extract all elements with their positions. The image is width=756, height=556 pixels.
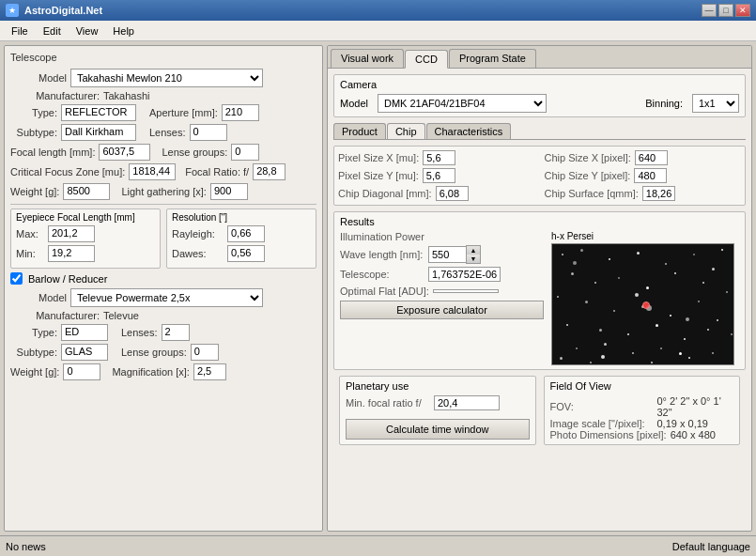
image-scale-label: Image scale ["/pixel]:: [550, 418, 654, 429]
pixel-size-x-value: 5,6: [423, 150, 455, 165]
chip-diagonal-item: Chip Diagonal [mm]: 6,08: [338, 186, 535, 201]
menu-help[interactable]: Help: [105, 23, 142, 39]
telescope-result-label: Telescope:: [340, 269, 424, 280]
minimize-button[interactable]: —: [702, 4, 717, 17]
menu-edit[interactable]: Edit: [36, 23, 69, 39]
title-bar: ★ AstroDigital.Net — □ ✕: [0, 0, 756, 21]
barlow-checkbox[interactable]: [10, 272, 23, 285]
sub-tab-product[interactable]: Product: [333, 123, 386, 139]
menu-view[interactable]: View: [69, 23, 106, 39]
illumination-row: Illumination Power: [340, 231, 544, 242]
maximize-button[interactable]: □: [718, 4, 733, 17]
chip-size-x-label: Chip Size X [pixel]:: [545, 152, 631, 163]
ccd-tab-content: Camera Model DMK 21AF04/21BF04 Binning: …: [328, 69, 751, 531]
barlow-subtype-row: Subtype: GLAS Lense groups: 0: [10, 344, 316, 361]
barlow-type-value: ED: [61, 324, 108, 341]
close-button[interactable]: ✕: [735, 4, 750, 17]
barlow-model-label: Model: [39, 292, 67, 303]
lenses-value: 0: [190, 124, 227, 141]
resolution-section-title: Resolution ["]: [172, 212, 311, 223]
sub-tab-characteristics[interactable]: Characteristics: [426, 123, 512, 139]
sub-tab-chip[interactable]: Chip: [387, 123, 425, 139]
results-left: Illumination Power Wave length [nm]: ▲ ▼: [340, 231, 544, 365]
eyepiece-section-title: Eyepiece Focal Length [mm]: [16, 212, 155, 223]
fov-section-title: Field Of View: [550, 380, 734, 392]
wavelength-input[interactable]: [428, 246, 466, 263]
window-controls: — □ ✕: [702, 4, 750, 17]
dawes-value: 0,56: [227, 245, 265, 262]
wavelength-row: Wave length [nm]: ▲ ▼: [340, 245, 544, 264]
telescope-model-dropdown[interactable]: Takahashi Mewlon 210: [70, 69, 263, 87]
telescope-model-row: Model Takahashi Mewlon 210: [10, 69, 316, 87]
weight-value: 8500: [63, 183, 110, 200]
photo-dimensions-value: 640 x 480: [671, 429, 716, 440]
lense-groups-value: 0: [231, 144, 259, 161]
min-focal-value: 20,4: [434, 395, 500, 410]
rayleigh-label: Rayleigh:: [172, 228, 224, 239]
light-gathering-label: Light gathering [x]:: [121, 186, 207, 197]
focal-lensegroups-row: Focal length [mm]: 6037,5 Lense groups: …: [10, 144, 316, 161]
barlow-lense-groups-label: Lense groups:: [121, 347, 187, 358]
planetary-section: Planetary use Min. focal ratio f/ 20,4 C…: [339, 376, 536, 445]
results-body: Illumination Power Wave length [nm]: ▲ ▼: [340, 231, 739, 365]
weight-light-row: Weight [g]: 8500 Light gathering [x]: 90…: [10, 183, 316, 200]
menu-bar: File Edit View Help: [0, 21, 756, 41]
chip-surface-label: Chip Surface [qmm]:: [545, 188, 639, 199]
optimal-flat-label: Optimal Flat [ADU]:: [340, 286, 429, 297]
barlow-manufacturer-value: Televue: [103, 310, 139, 321]
spin-buttons: ▲ ▼: [466, 245, 481, 264]
results-right: h-x Persei: [551, 231, 739, 365]
telescope-model-label: Model: [39, 72, 67, 84]
min-row: Min: 19,2: [16, 245, 155, 262]
barlow-weight-mag-row: Weight [g]: 0 Magnification [x]: 2,5: [10, 363, 316, 380]
barlow-lenses-label: Lenses:: [121, 327, 158, 338]
star-field-image: [551, 243, 734, 365]
barlow-model-dropdown[interactable]: Televue Powermate 2,5x: [70, 288, 263, 307]
barlow-model-row: Model Televue Powermate 2,5x: [10, 288, 316, 307]
rayleigh-row: Rayleigh: 0,66: [172, 225, 311, 242]
tab-program-state[interactable]: Program State: [449, 49, 536, 68]
image-scale-value: 0,19 x 0,19: [657, 418, 708, 429]
tab-visual-work[interactable]: Visual work: [331, 49, 404, 68]
chip-size-y-value: 480: [634, 168, 667, 183]
chip-surface-value: 18,26: [642, 186, 676, 201]
spin-down[interactable]: ▼: [467, 255, 480, 263]
weight-label: Weight [g]:: [10, 186, 59, 197]
min-value: 19,2: [48, 245, 95, 262]
pixel-size-x-item: Pixel Size X [mu]: 5,6: [338, 150, 535, 165]
telescope-section-title: Telescope: [10, 52, 316, 63]
focal-length-value: 6037,5: [99, 144, 150, 161]
chip-size-y-item: Chip Size Y [pixel]: 480: [545, 168, 742, 183]
pixel-size-y-item: Pixel Size Y [mu]: 5,6: [338, 168, 535, 183]
photo-dimensions-row: Photo Dimensions [pixel]: 640 x 480: [550, 429, 734, 440]
barlow-checkbox-row: Barlow / Reducer: [10, 272, 316, 285]
lense-groups-label: Lense groups:: [162, 147, 227, 158]
chip-size-x-item: Chip Size X [pixel]: 640: [545, 150, 742, 165]
telescope-panel: Telescope Model Takahashi Mewlon 210 Man…: [4, 45, 323, 532]
barlow-manufacturer-row: Manufacturer: Televue: [10, 310, 316, 321]
dawes-row: Dawes: 0,56: [172, 245, 311, 262]
camera-label: Camera: [340, 79, 739, 90]
camera-model-dropdown[interactable]: DMK 21AF04/21BF04: [378, 94, 547, 113]
optimal-flat-value: [433, 289, 499, 293]
wavelength-spinner[interactable]: ▲ ▼: [428, 245, 481, 264]
critical-focus-value: 1818,44: [129, 163, 176, 180]
camera-model-label: Model: [340, 98, 368, 109]
binning-dropdown[interactable]: 1x1: [692, 94, 739, 113]
telescope-result-row: Telescope: 1,763752E-06: [340, 267, 544, 282]
menu-file[interactable]: File: [4, 23, 36, 39]
manufacturer-value: Takahashi: [103, 90, 150, 101]
dawes-label: Dawes:: [172, 248, 224, 259]
barlow-weight-label: Weight [g]:: [10, 366, 59, 378]
illumination-label: Illumination Power: [340, 231, 424, 242]
tab-ccd[interactable]: CCD: [405, 50, 448, 69]
calculate-time-window-button[interactable]: Calculate time window: [346, 419, 530, 440]
window-title: AstroDigital.Net: [24, 5, 102, 16]
spin-up[interactable]: ▲: [467, 246, 480, 255]
pixel-size-y-value: 5,6: [423, 168, 455, 183]
focal-ratio-value: 28,8: [253, 163, 285, 180]
wavelength-label: Wave length [nm]:: [340, 249, 424, 260]
exposure-calculator-button[interactable]: Exposure calculator: [340, 301, 544, 319]
main-content: Telescope Model Takahashi Mewlon 210 Man…: [0, 41, 756, 535]
light-gathering-value: 900: [210, 183, 248, 200]
